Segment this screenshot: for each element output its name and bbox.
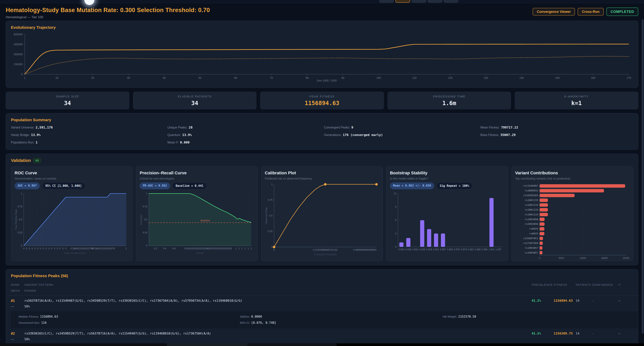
svg-text:90: 90 [341, 76, 344, 80]
svg-text:6: 6 [395, 219, 396, 222]
col-header-pattern: VARIANT PATTERN [24, 283, 532, 286]
card-title: Calibration Plot [265, 170, 379, 176]
summary-item-populations-run: Populations Run:1 [11, 140, 164, 144]
svg-text:1: 1 [244, 247, 246, 250]
svg-text:1: 1 [242, 247, 243, 250]
svg-text:0: 0 [539, 257, 540, 260]
card-title: Bootstrap Stability [390, 170, 504, 176]
svg-text:70: 70 [270, 76, 273, 80]
col-header-confidence: CONFIDENCE [592, 283, 618, 286]
svg-text:0.93333333333333333: 0.93333333333333333 [184, 247, 209, 250]
table-row-main: #1rs56378716(A/A), rs11549407(G/G), rs34… [6, 296, 638, 303]
power-cell: 58% [24, 338, 633, 341]
cross-run-button[interactable]: Cross-Run [578, 8, 604, 16]
summary-item-mean-fitness: Mean Fitness:799717.22 [480, 126, 633, 129]
main-content: Evolutionary Trajectory 0150000300000450… [0, 19, 644, 346]
validation-card-bootstrap-stability: Bootstrap StabilityIs this model stable … [386, 166, 508, 261]
table-row-sub: —58% [6, 336, 638, 344]
toolbar-button-2[interactable] [396, 0, 410, 3]
svg-text:0.982: 0.982 [468, 248, 474, 251]
card-subtitle: Top contributing variants (risk vs prote… [515, 177, 630, 180]
svg-text:0.25: 0.25 [143, 231, 147, 234]
col-header-prevalence: PREVALENCE [532, 283, 554, 286]
stat-card-k-anonymity: K-ANONYMITYk=1 [515, 92, 638, 109]
svg-text:0.976: 0.976 [461, 248, 467, 251]
metric-badge: AUC = 0.967 [14, 182, 40, 189]
svg-text:0.75: 0.75 [268, 199, 272, 202]
stat-card-processing-time: PROCESSING TIME1.6m [388, 92, 511, 109]
metric-badge: Mean = 0.963 +/- 0.030 [390, 182, 434, 189]
summary-column-1: Variant Universe:2,591,178Hardy Bridge:1… [11, 126, 164, 144]
stat-value: 1.6m [442, 100, 456, 106]
fitness-cell: 1156369.75 [554, 332, 576, 335]
badge-row: PR-AUC = 0.962Baseline = 0.441 [140, 182, 254, 189]
svg-text:0: 0 [51, 247, 52, 250]
roc-curve-chart: 00.250.50.75100000000000000000.368421052… [14, 192, 129, 256]
table-row-sub: —58% [6, 303, 638, 311]
stat-label: PROCESSING TIME [433, 95, 466, 98]
card-subtitle: Critical for rare phenotypes [140, 177, 254, 180]
svg-text:0.5: 0.5 [269, 214, 272, 217]
svg-text:0: 0 [271, 246, 272, 248]
stat-label: ELIGIBLE PATIENTS [178, 95, 212, 98]
svg-text:0.926: 0.926 [406, 248, 411, 251]
svg-text:170: 170 [626, 76, 631, 80]
toolbar-button-3[interactable] [412, 0, 426, 3]
peaks-title: Population Fitness Peaks (56) [6, 274, 638, 278]
bootstrap-stability-chart: 0369120.9200.9260.9320.9380.9450.9510.95… [390, 192, 504, 256]
summary-item-quantum: Quantum:13.9% [168, 133, 320, 137]
convergence-viewer-button[interactable]: Convergence Viewer [532, 8, 575, 16]
svg-text:20: 20 [91, 76, 94, 80]
fitness-cell: 1156894.63 [554, 299, 576, 302]
top-strip [0, 0, 644, 3]
toolbar-button-1[interactable] [379, 0, 394, 3]
metric-badge: 95% CI [1.000, 1.000] [42, 182, 85, 189]
patients-cell: 14 [576, 299, 592, 302]
toolbar-button-4[interactable] [428, 0, 442, 3]
row-details: Median Fitness:1156894.63Discovered Gen:… [11, 311, 638, 328]
confidence-cell: - [592, 332, 618, 335]
svg-text:Gen 1000 / 1000: Gen 1000 / 1000 [317, 79, 337, 82]
svg-text:0: 0 [34, 247, 36, 250]
summary-item-mean-i: Mean I²:0.000 [168, 140, 320, 144]
validation-card-precision-recall-curve: Precision–Recall CurveCritical for rare … [136, 166, 258, 261]
svg-text:1: 1 [24, 76, 26, 80]
svg-text:1.001: 1.001 [488, 248, 494, 251]
detail-col-1: Median Fitness:1156894.63Discovered Gen:… [18, 315, 240, 324]
svg-text:1: 1 [235, 247, 237, 250]
svg-text:1: 1 [21, 192, 22, 195]
toolbar-button-5[interactable] [444, 0, 458, 3]
scrollbar[interactable] [642, 19, 644, 334]
svg-text:baseline: baseline [200, 219, 210, 222]
svg-text:160: 160 [591, 76, 596, 80]
svg-text:0.4: 0.4 [163, 247, 166, 250]
stat-value: k=1 [571, 100, 582, 106]
svg-text:40: 40 [163, 76, 166, 80]
page-header: Hematology-Study Base Mutation Rate: 0.3… [0, 3, 644, 19]
svg-text:10: 10 [56, 76, 58, 80]
population-summary-title: Population Summary [11, 118, 633, 122]
svg-text:Predicted Probability: Predicted Probability [314, 253, 337, 256]
validation-card-variant-contributions: Variant ContributionsTop contributing va… [512, 166, 633, 261]
table-row-1[interactable]: #1rs56378716(A/A), rs11549407(G/G), rs34… [6, 296, 638, 328]
detail-col-3: HB Weight:2152570.59 [443, 315, 633, 324]
validation-panel: Validation V3 ROC CurveDiscrimination: c… [6, 154, 638, 265]
svg-text:Precision: Precision [140, 214, 142, 224]
svg-text:0: 0 [60, 247, 61, 250]
svg-text:11000: 11000 [580, 257, 586, 260]
summary-column-3: Convergent Peaks:9Generations:176 (conve… [324, 126, 476, 144]
svg-text:rs1801133: rs1801133 [524, 208, 538, 211]
svg-text:0: 0 [146, 244, 147, 247]
stats-row: SAMPLE SIZE34ELIGIBLE PATIENTS34PEAK FIT… [6, 92, 638, 109]
col-header-fitness: FITNESS [554, 283, 576, 286]
trajectory-chart: 0150000300000450000600000110203040506070… [11, 32, 633, 84]
svg-text:Recall: Recall [196, 252, 204, 254]
svg-text:150000: 150000 [14, 63, 23, 66]
metric-badge: Sig Repeat = 100% [436, 182, 472, 189]
col-header-i2: I² [618, 283, 633, 286]
validation-card-roc-curve: ROC CurveDiscrimination: cases vs contro… [11, 166, 132, 261]
mech-cell: — [11, 305, 24, 308]
svg-text:1: 1 [126, 247, 127, 250]
svg-text:110: 110 [412, 76, 416, 80]
svg-text:1: 1 [146, 192, 147, 195]
